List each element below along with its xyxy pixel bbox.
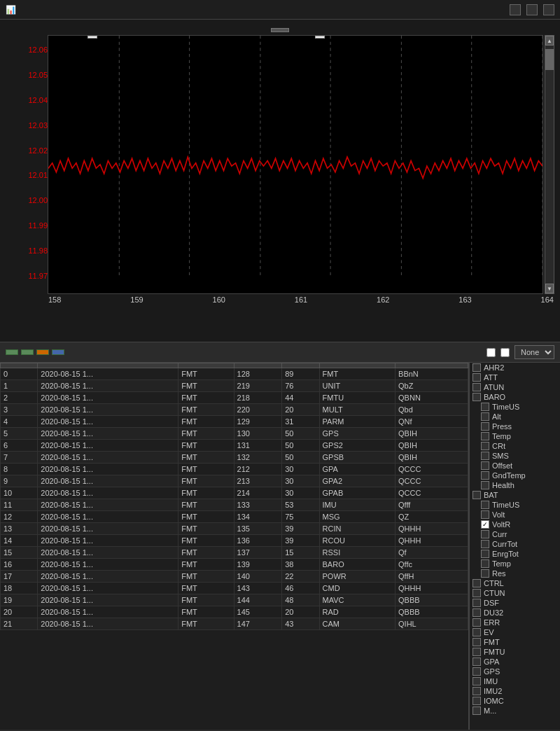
- tree-checkbox[interactable]: [481, 510, 489, 519]
- table-row[interactable]: 72020-08-15 1...FMT13250GPSBQBIH: [1, 452, 468, 464]
- tree-child-item[interactable]: TimeUS: [470, 500, 560, 510]
- table-row[interactable]: 42020-08-15 1...FMT12931PARMQNf: [1, 416, 468, 428]
- tree-child-item[interactable]: TimeUS: [470, 402, 560, 412]
- tree-checkbox[interactable]: [481, 452, 489, 460]
- tree-checkbox[interactable]: [472, 628, 481, 636]
- tree-checkbox[interactable]: [481, 530, 489, 538]
- tree-checkbox[interactable]: [472, 638, 481, 646]
- chart-area[interactable]: [48, 35, 543, 294]
- table-row[interactable]: 212020-08-15 1...FMT14743CAMQIHL: [1, 618, 468, 630]
- btn-load[interactable]: [52, 349, 64, 355]
- btn-right-add[interactable]: [21, 349, 34, 355]
- tree-checkbox[interactable]: [472, 697, 481, 705]
- minimize-button[interactable]: [510, 4, 521, 15]
- tree-child-item[interactable]: CRt: [470, 441, 560, 451]
- tree-top-item[interactable]: BAT: [470, 490, 560, 500]
- tree-checkbox[interactable]: [472, 687, 481, 695]
- tree-checkbox[interactable]: [481, 422, 489, 431]
- tree-top-item[interactable]: DSF: [470, 598, 560, 608]
- tree-checkbox[interactable]: [472, 657, 481, 666]
- tree-checkbox[interactable]: [472, 618, 481, 627]
- tree-child-item[interactable]: CurrTot: [470, 539, 560, 549]
- tree-child-item[interactable]: Offset: [470, 461, 560, 471]
- table-row[interactable]: 32020-08-15 1...FMT22020MULTQbd: [1, 404, 468, 416]
- table-row[interactable]: 102020-08-15 1...FMT21430GPABQCCC: [1, 487, 468, 499]
- tree-top-item[interactable]: EV: [470, 627, 560, 637]
- tree-top-item[interactable]: CTRL: [470, 578, 560, 588]
- tree-checkbox[interactable]: [481, 461, 489, 470]
- tree-checkbox[interactable]: ✓: [481, 520, 489, 529]
- tree-child-item[interactable]: Curr: [470, 529, 560, 539]
- tree-top-item[interactable]: FMTU: [470, 647, 560, 657]
- table-row[interactable]: 182020-08-15 1...FMT14346CMDQHHH: [1, 583, 468, 594]
- check-map-input[interactable]: [486, 348, 496, 357]
- table-row[interactable]: 12020-08-15 1...FMT21976UNITQbZ: [1, 380, 468, 392]
- tree-checkbox[interactable]: [481, 471, 489, 480]
- table-row[interactable]: 162020-08-15 1...FMT13938BAROQffc: [1, 559, 468, 571]
- tree-top-item[interactable]: IMU: [470, 676, 560, 686]
- tree-checkbox[interactable]: [472, 599, 481, 607]
- tree-child-item[interactable]: ✓VoltR: [470, 520, 560, 529]
- tree-checkbox[interactable]: [481, 481, 489, 489]
- tree-top-item[interactable]: ATUN: [470, 382, 560, 392]
- close-button[interactable]: [543, 4, 554, 15]
- tree-checkbox[interactable]: [481, 432, 489, 440]
- tree-child-item[interactable]: GndTemp: [470, 471, 560, 480]
- table-row[interactable]: 92020-08-15 1...FMT21330GPA2QCCC: [1, 475, 468, 487]
- tree-checkbox[interactable]: [472, 677, 481, 685]
- tree-top-item[interactable]: GPS: [470, 667, 560, 676]
- btn-left-add[interactable]: [6, 349, 18, 355]
- table-row[interactable]: 52020-08-15 1...FMT13050GPSQBIH: [1, 428, 468, 440]
- tree-child-item[interactable]: Temp: [470, 559, 560, 569]
- maximize-button[interactable]: [526, 4, 538, 15]
- tree-checkbox[interactable]: [481, 442, 489, 450]
- table-row[interactable]: 62020-08-15 1...FMT13150GPS2QBIH: [1, 440, 468, 452]
- tree-child-item[interactable]: Volt: [470, 510, 560, 520]
- tree-child-item[interactable]: Press: [470, 422, 560, 431]
- table-row[interactable]: 02020-08-15 1...FMT12889FMTBBnN: [1, 368, 468, 380]
- tree-top-item[interactable]: IMU2: [470, 686, 560, 696]
- table-container[interactable]: 02020-08-15 1...FMT12889FMTBBnN12020-08-…: [0, 363, 469, 730]
- table-row[interactable]: 82020-08-15 1...FMT21230GPAQCCC: [1, 464, 468, 475]
- table-row[interactable]: 122020-08-15 1...FMT13475MSGQZ: [1, 511, 468, 523]
- tree-top-item[interactable]: GPA: [470, 657, 560, 667]
- check-time-input[interactable]: [500, 348, 510, 357]
- table-row[interactable]: 172020-08-15 1...FMT14022POWRQffH: [1, 571, 468, 583]
- tree-top-item[interactable]: ERR: [470, 618, 560, 627]
- scrollbar-thumb[interactable]: [545, 49, 554, 70]
- tree-top-item[interactable]: CTUN: [470, 588, 560, 598]
- table-row[interactable]: 192020-08-15 1...FMT14448MAVCQBBB: [1, 594, 468, 606]
- tree-checkbox[interactable]: [472, 373, 481, 382]
- table-row[interactable]: 142020-08-15 1...FMT13639RCOUQHHH: [1, 535, 468, 547]
- tree-top-item[interactable]: FMT: [470, 637, 560, 647]
- btn-clear[interactable]: [36, 349, 49, 355]
- tree-top-item[interactable]: ATT: [470, 373, 560, 382]
- tree-top-item[interactable]: IOMC: [470, 696, 560, 706]
- scrollbar-down-btn[interactable]: ▼: [545, 284, 554, 293]
- table-row[interactable]: 202020-08-15 1...FMT14520RADQBBB: [1, 606, 468, 618]
- table-row[interactable]: 112020-08-15 1...FMT13353IMUQfff: [1, 499, 468, 511]
- tree-checkbox[interactable]: [481, 403, 489, 411]
- tree-checkbox[interactable]: [481, 501, 489, 509]
- tree-checkbox[interactable]: [472, 363, 481, 372]
- tree-child-item[interactable]: Health: [470, 480, 560, 490]
- table-row[interactable]: 22020-08-15 1...FMT21844FMTUQBNN: [1, 392, 468, 404]
- tree-checkbox[interactable]: [472, 608, 481, 617]
- tree-top-item[interactable]: BARO: [470, 392, 560, 402]
- tree-child-item[interactable]: Alt: [470, 412, 560, 422]
- tree-checkbox[interactable]: [472, 579, 481, 587]
- tree-child-item[interactable]: Res: [470, 569, 560, 578]
- tree-checkbox[interactable]: [472, 667, 481, 676]
- tree-checkbox[interactable]: [472, 589, 481, 597]
- tree-checkbox[interactable]: [472, 383, 481, 391]
- tree-checkbox[interactable]: [481, 412, 489, 421]
- chart-vertical-scrollbar[interactable]: ▲ ▼: [545, 35, 554, 294]
- tree-top-item[interactable]: M...: [470, 706, 560, 716]
- tree-checkbox[interactable]: [481, 550, 489, 558]
- tree-checkbox[interactable]: [472, 393, 481, 401]
- tree-child-item[interactable]: Temp: [470, 431, 560, 441]
- tree-child-item[interactable]: SMS: [470, 451, 560, 461]
- tree-checkbox[interactable]: [481, 569, 489, 578]
- tree-top-item[interactable]: AHR2: [470, 363, 560, 373]
- tree-top-item[interactable]: DU32: [470, 608, 560, 618]
